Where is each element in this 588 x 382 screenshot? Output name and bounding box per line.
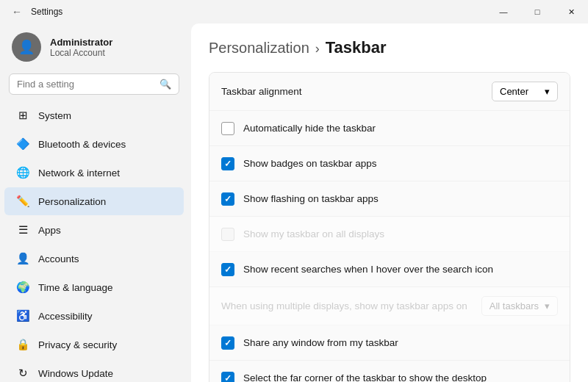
- setting-row-flashing: Show flashing on taskbar apps: [209, 181, 570, 217]
- checkbox-all-displays: [221, 228, 234, 241]
- setting-row-share-window: Share any window from my taskbar: [209, 325, 570, 361]
- back-button[interactable]: ←: [9, 6, 25, 18]
- checkbox-recent-searches[interactable]: [221, 263, 234, 276]
- titlebar: ← Settings — □ ✕: [0, 0, 588, 24]
- setting-label-badges: Show badges on taskbar apps: [243, 158, 558, 169]
- sidebar-item-accessibility[interactable]: ♿ Accessibility: [4, 302, 184, 330]
- minimize-button[interactable]: —: [487, 0, 520, 24]
- accessibility-icon: ♿: [16, 309, 29, 322]
- checkbox-flashing[interactable]: [221, 192, 234, 206]
- search-input[interactable]: [17, 79, 154, 90]
- setting-label-all-displays: Show my taskbar on all displays: [243, 228, 558, 239]
- setting-row-multiple-displays-label: When using multiple displays, show my ta…: [209, 287, 570, 325]
- sidebar-item-label-privacy: Privacy & security: [38, 339, 117, 350]
- sidebar-item-label-network: Network & internet: [38, 167, 120, 179]
- sidebar-item-apps[interactable]: ☰ Apps: [4, 216, 184, 244]
- apps-icon: ☰: [16, 223, 29, 237]
- sidebar: 👤 Administrator Local Account 🔍 ⊞ System…: [0, 24, 188, 382]
- setting-row-auto-hide: Automatically hide the taskbar: [209, 111, 570, 146]
- breadcrumb-arrow: ›: [315, 41, 320, 57]
- setting-row-far-corner: Select the far corner of the taskbar to …: [209, 361, 570, 382]
- user-role: Local Account: [50, 48, 112, 58]
- network-icon: 🌐: [16, 166, 29, 179]
- search-box[interactable]: 🔍: [9, 73, 179, 95]
- setting-dropdown-multiple-displays-label[interactable]: All taskbars ▾: [481, 296, 558, 316]
- sidebar-item-personalization[interactable]: ✏️ Personalization: [4, 187, 184, 215]
- dropdown-chevron-icon-multiple-displays-label: ▾: [545, 300, 550, 311]
- setting-label-auto-hide: Automatically hide the taskbar: [243, 123, 558, 134]
- privacy-icon: 🔒: [16, 338, 29, 351]
- alignment-dropdown[interactable]: Center ▾: [492, 82, 558, 101]
- sidebar-item-accounts[interactable]: 👤 Accounts: [4, 245, 184, 273]
- search-icon: 🔍: [159, 79, 171, 90]
- setting-label-flashing: Show flashing on taskbar apps: [243, 193, 558, 204]
- setting-row-badges: Show badges on taskbar apps: [209, 146, 570, 181]
- sidebar-item-label-accessibility: Accessibility: [38, 311, 93, 322]
- setting-label-far-corner: Select the far corner of the taskbar to …: [243, 372, 558, 382]
- sidebar-item-label-time: Time & language: [38, 282, 113, 293]
- maximize-button[interactable]: □: [520, 0, 554, 24]
- titlebar-left: ← Settings: [9, 6, 62, 18]
- page-header: Personalization › Taskbar: [209, 38, 570, 57]
- time-icon: 🌍: [16, 281, 29, 294]
- user-section: 👤 Administrator Local Account: [0, 24, 188, 71]
- sidebar-item-windowsupdate[interactable]: ↻ Windows Update: [4, 359, 184, 382]
- setting-label-multiple-displays-label: When using multiple displays, show my ta…: [221, 300, 481, 311]
- user-info: Administrator Local Account: [50, 37, 112, 58]
- system-icon: ⊞: [16, 109, 29, 122]
- titlebar-title: Settings: [31, 7, 62, 17]
- sidebar-item-system[interactable]: ⊞ System: [4, 101, 184, 129]
- settings-section: Taskbar alignment Center ▾ Automatically…: [209, 72, 570, 382]
- sidebar-item-privacy[interactable]: 🔒 Privacy & security: [4, 331, 184, 358]
- alignment-value: Center: [500, 86, 528, 97]
- sidebar-item-label-personalization: Personalization: [38, 196, 106, 207]
- bluetooth-icon: 🔷: [16, 137, 29, 151]
- setting-row-recent-searches: Show recent searches when I hover over t…: [209, 252, 570, 287]
- app-body: 👤 Administrator Local Account 🔍 ⊞ System…: [0, 24, 588, 382]
- nav-list: ⊞ System 🔷 Bluetooth & devices 🌐 Network…: [0, 101, 188, 382]
- personalization-icon: ✏️: [16, 195, 29, 208]
- checkbox-share-window[interactable]: [221, 336, 234, 350]
- setting-label-share-window: Share any window from my taskbar: [243, 337, 558, 348]
- page-title: Taskbar: [326, 38, 387, 57]
- avatar: 👤: [12, 32, 41, 62]
- alignment-label: Taskbar alignment: [221, 86, 492, 97]
- titlebar-controls: — □ ✕: [487, 0, 588, 24]
- checkbox-auto-hide[interactable]: [221, 122, 234, 135]
- sidebar-item-label-system: System: [38, 110, 71, 121]
- setting-label-recent-searches: Show recent searches when I hover over t…: [243, 264, 558, 275]
- avatar-icon: 👤: [18, 39, 35, 55]
- sidebar-item-network[interactable]: 🌐 Network & internet: [4, 159, 184, 187]
- sidebar-item-bluetooth[interactable]: 🔷 Bluetooth & devices: [4, 130, 184, 158]
- alignment-chevron-icon: ▾: [545, 86, 550, 97]
- accounts-icon: 👤: [16, 252, 29, 265]
- sidebar-item-label-bluetooth: Bluetooth & devices: [38, 139, 126, 150]
- close-button[interactable]: ✕: [554, 0, 588, 24]
- setting-row-all-displays: Show my taskbar on all displays: [209, 217, 570, 252]
- breadcrumb-parent: Personalization: [209, 40, 309, 57]
- setting-dropdown-value-multiple-displays-label: All taskbars: [490, 300, 539, 311]
- windowsupdate-icon: ↻: [16, 367, 29, 380]
- checkbox-badges[interactable]: [221, 157, 234, 170]
- sidebar-item-label-apps: Apps: [38, 225, 61, 236]
- sidebar-item-label-windowsupdate: Windows Update: [38, 368, 113, 379]
- checkbox-far-corner[interactable]: [221, 372, 234, 383]
- content-area: Personalization › Taskbar Taskbar alignm…: [191, 24, 588, 382]
- alignment-row: Taskbar alignment Center ▾: [209, 73, 570, 111]
- sidebar-item-label-accounts: Accounts: [38, 253, 79, 264]
- sidebar-item-time[interactable]: 🌍 Time & language: [4, 273, 184, 301]
- user-name: Administrator: [50, 37, 112, 48]
